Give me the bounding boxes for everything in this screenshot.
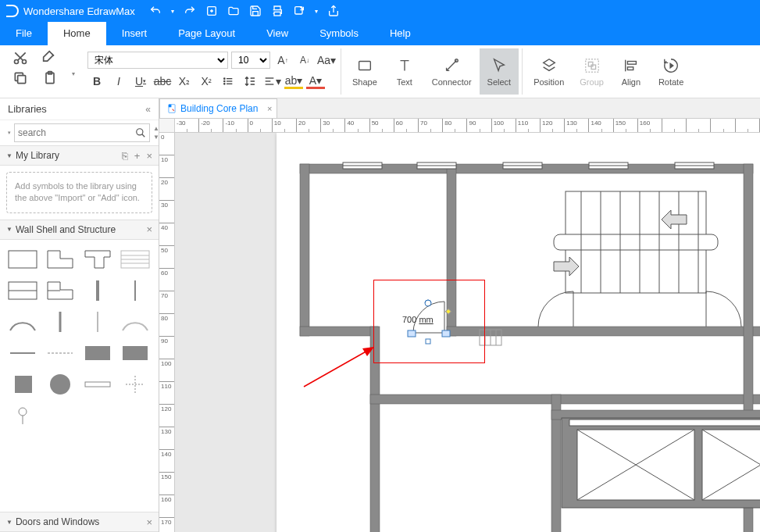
shape-lines[interactable] bbox=[119, 246, 152, 273]
shape-lshape[interactable] bbox=[44, 246, 77, 273]
export-icon[interactable] bbox=[293, 5, 305, 17]
subscript-button[interactable]: X₂ bbox=[175, 73, 194, 89]
select-button[interactable]: Select bbox=[480, 48, 519, 95]
shape-square[interactable] bbox=[6, 371, 39, 398]
tab-symbols[interactable]: Symbols bbox=[304, 22, 374, 45]
shape-circle[interactable] bbox=[44, 371, 77, 398]
shape-lshape2[interactable] bbox=[44, 277, 77, 304]
ruler-horizontal: -30-20-100102030405060708090100110120130… bbox=[175, 119, 760, 133]
group-button[interactable]: Group bbox=[572, 48, 612, 95]
paste-icon[interactable] bbox=[42, 70, 58, 86]
tab-home[interactable]: Home bbox=[48, 22, 106, 45]
share-icon[interactable] bbox=[327, 5, 340, 17]
highlight-color-icon[interactable]: ab▾ bbox=[284, 73, 303, 89]
shape-hline[interactable] bbox=[6, 340, 39, 366]
redo-icon[interactable] bbox=[184, 5, 196, 17]
add-icon[interactable]: + bbox=[134, 150, 141, 162]
shape-arc2[interactable] bbox=[119, 309, 152, 335]
shape-button[interactable]: Shape bbox=[344, 48, 385, 95]
svg-rect-5 bbox=[18, 76, 26, 84]
shape-rect[interactable] bbox=[6, 246, 39, 273]
italic-button[interactable]: I bbox=[109, 73, 128, 89]
undo-dropdown-icon[interactable]: ▾ bbox=[171, 8, 174, 15]
close-tab-icon[interactable]: × bbox=[267, 104, 272, 113]
bold-button[interactable]: B bbox=[87, 73, 106, 89]
shape-arc[interactable] bbox=[6, 309, 39, 335]
document-icon bbox=[166, 103, 177, 114]
shape-flat[interactable] bbox=[81, 371, 114, 398]
shape-vline2[interactable] bbox=[44, 309, 77, 335]
format-painter-icon[interactable] bbox=[42, 50, 58, 66]
print-icon[interactable] bbox=[271, 5, 284, 17]
svg-rect-88 bbox=[569, 420, 760, 426]
align-text-icon[interactable]: ▾ bbox=[262, 73, 281, 89]
libraries-panel: Libraries « ▾ ▲▼ ▼My Library ⎘ + × Add s… bbox=[0, 98, 159, 532]
increase-font-icon[interactable]: A↑ bbox=[273, 52, 292, 68]
svg-rect-21 bbox=[591, 65, 596, 70]
section-wall-shell[interactable]: ▼Wall Shell and Structure × bbox=[0, 220, 159, 240]
section-doors-windows[interactable]: ▼Doors and Windows × bbox=[0, 512, 159, 532]
close-section-icon[interactable]: × bbox=[146, 516, 152, 528]
text-button[interactable]: Text bbox=[385, 48, 424, 95]
document-tab[interactable]: Building Core Plan × bbox=[159, 98, 277, 118]
paste-dropdown-icon[interactable]: ▾ bbox=[72, 70, 75, 86]
svg-line-28 bbox=[142, 134, 145, 137]
font-color-icon[interactable]: A▾ bbox=[306, 73, 325, 89]
annotation-arrow-icon bbox=[300, 344, 378, 391]
close-section-icon[interactable]: × bbox=[146, 150, 152, 162]
library-menu-dropdown-icon[interactable]: ▾ bbox=[8, 130, 11, 136]
library-nav-arrows[interactable]: ▲▼ bbox=[153, 125, 159, 141]
superscript-button[interactable]: X² bbox=[197, 73, 216, 89]
shape-solid-rect2[interactable] bbox=[119, 340, 152, 366]
search-box[interactable] bbox=[14, 123, 150, 142]
close-section-icon[interactable]: × bbox=[146, 223, 152, 235]
copy-icon[interactable] bbox=[12, 70, 28, 86]
svg-rect-92 bbox=[702, 430, 760, 500]
svg-rect-29 bbox=[9, 251, 37, 268]
search-input[interactable] bbox=[18, 127, 135, 138]
import-icon[interactable]: ⎘ bbox=[122, 150, 128, 162]
canvas-viewport[interactable]: 700 mm bbox=[175, 133, 760, 532]
connector-button[interactable]: Connector bbox=[424, 48, 480, 95]
font-size-select[interactable]: 10 bbox=[231, 52, 270, 69]
tab-page-layout[interactable]: Page Layout bbox=[162, 22, 251, 45]
drawing-page[interactable] bbox=[277, 133, 760, 532]
my-library-hint: Add symbols to the library using the abo… bbox=[6, 172, 152, 213]
save-icon[interactable] bbox=[249, 5, 262, 17]
rotate-button[interactable]: Rotate bbox=[651, 48, 691, 95]
underline-button[interactable]: U▾ bbox=[131, 73, 150, 89]
tab-view[interactable]: View bbox=[251, 22, 304, 45]
line-spacing-icon[interactable] bbox=[241, 73, 259, 89]
open-icon[interactable] bbox=[227, 5, 240, 17]
shape-vline3[interactable] bbox=[81, 309, 114, 335]
shape-double-rect[interactable] bbox=[6, 277, 39, 304]
collapse-panel-icon[interactable]: « bbox=[145, 104, 151, 115]
bullet-list-icon[interactable] bbox=[219, 73, 237, 89]
new-icon[interactable] bbox=[205, 5, 218, 17]
export-dropdown-icon[interactable]: ▾ bbox=[315, 8, 318, 15]
search-icon[interactable] bbox=[135, 127, 146, 138]
strikethrough-button[interactable]: abc bbox=[153, 73, 172, 89]
svg-rect-56 bbox=[300, 327, 378, 336]
svg-rect-17 bbox=[359, 61, 371, 70]
align-button[interactable]: Align bbox=[612, 48, 651, 95]
shape-small-circle[interactable] bbox=[6, 402, 39, 429]
shape-vline-thin[interactable] bbox=[119, 277, 152, 304]
shape-solid-rect[interactable] bbox=[81, 340, 114, 366]
document-tab-title: Building Core Plan bbox=[180, 103, 258, 114]
tab-insert[interactable]: Insert bbox=[106, 22, 163, 45]
undo-icon[interactable] bbox=[149, 5, 162, 17]
shape-cross[interactable] bbox=[119, 371, 152, 398]
shape-tshape[interactable] bbox=[81, 246, 114, 273]
shape-hline-dash[interactable] bbox=[44, 340, 77, 366]
svg-rect-47 bbox=[85, 382, 110, 387]
change-case-icon[interactable]: Aa▾ bbox=[317, 52, 336, 68]
tab-help[interactable]: Help bbox=[374, 22, 426, 45]
decrease-font-icon[interactable]: A↓ bbox=[295, 52, 314, 68]
font-family-select[interactable]: 宋体 bbox=[87, 52, 228, 69]
shape-vline-thick[interactable] bbox=[81, 277, 114, 304]
cut-icon[interactable] bbox=[12, 50, 28, 66]
tab-file[interactable]: File bbox=[0, 22, 48, 45]
section-my-library[interactable]: ▼My Library ⎘ + × bbox=[0, 145, 159, 166]
position-button[interactable]: Position bbox=[526, 48, 572, 95]
